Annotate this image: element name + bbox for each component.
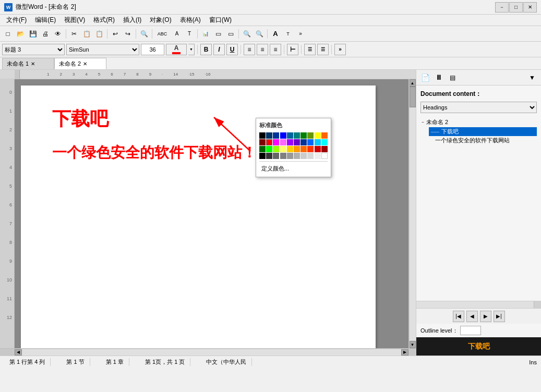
save-btn[interactable]: 💾 (27, 28, 39, 40)
color-gray50[interactable] (280, 153, 286, 159)
rect2-btn[interactable]: ▭ (225, 28, 236, 40)
abc-btn[interactable]: ABC (154, 28, 170, 40)
headings-dropdown[interactable]: Headings All Headings Bookmarks (420, 102, 537, 113)
nav-first[interactable]: |◀ (453, 311, 464, 322)
color-pink[interactable] (280, 139, 286, 145)
color-royal[interactable] (300, 139, 307, 145)
color-tomato[interactable] (307, 146, 314, 152)
color-amber[interactable] (294, 146, 300, 152)
open-btn[interactable]: 📂 (15, 28, 26, 40)
menu-table[interactable]: 表格(A) (176, 15, 205, 26)
color-crimson[interactable] (315, 146, 321, 152)
align-left-button[interactable]: ≡ (244, 44, 255, 55)
color-gray95[interactable] (315, 153, 321, 159)
preview-btn[interactable]: 👁 (52, 28, 64, 40)
color-darkblue[interactable] (266, 132, 272, 139)
rect-btn[interactable]: ▭ (212, 28, 224, 40)
color-navy[interactable] (273, 132, 279, 139)
color-sky[interactable] (315, 139, 321, 145)
menu-window[interactable]: 窗口(W) (205, 15, 236, 26)
scroll-right[interactable]: ▶ (401, 349, 408, 356)
panel-btn-2[interactable]: Ⅲ (433, 72, 444, 83)
outline-item-1[interactable]: 一个绿色安全的软件下载网站 (429, 136, 537, 145)
menu-insert[interactable]: 插入(I) (119, 15, 146, 26)
list-ol-button[interactable]: ☰ (317, 44, 329, 55)
color-red[interactable] (266, 139, 272, 145)
copy-btn[interactable]: 📋 (81, 28, 92, 40)
color-purple[interactable] (287, 139, 293, 145)
cut-btn[interactable]: ✂ (68, 28, 80, 40)
nav-prev[interactable]: ◀ (466, 311, 478, 322)
zoom-in-btn[interactable]: 🔍 (241, 28, 253, 40)
menu-object[interactable]: 对象(O) (146, 15, 175, 26)
color-gray40[interactable] (273, 153, 279, 159)
menu-view[interactable]: 视图(V) (60, 15, 89, 26)
tab-0-close[interactable]: ✕ (31, 61, 35, 67)
maximize-button[interactable]: □ (509, 2, 523, 13)
font-size-input[interactable] (141, 44, 164, 55)
color-gold[interactable] (287, 146, 293, 152)
color-magenta[interactable] (273, 139, 279, 145)
more-btn[interactable]: » (295, 28, 306, 40)
color-black[interactable] (259, 132, 266, 139)
panel-vscroll[interactable] (416, 301, 541, 308)
outline-level-input[interactable] (460, 326, 481, 335)
font-color-button[interactable]: A (166, 44, 187, 55)
color-custom-btn[interactable]: 定义颜色... (259, 164, 328, 174)
font-select[interactable]: SimSun (66, 44, 139, 55)
print-btn[interactable]: 🖨 (40, 28, 51, 40)
underline-button[interactable]: U (226, 44, 238, 55)
color-darkgreen2[interactable] (259, 146, 266, 152)
vertical-scrollbar[interactable]: ▲ ▼ (408, 79, 416, 348)
italic-button[interactable]: I (213, 44, 225, 55)
chart-btn[interactable]: 📊 (200, 28, 211, 40)
more-format-button[interactable]: » (334, 44, 346, 55)
color-yellow[interactable] (315, 132, 321, 139)
color-cyan[interactable] (321, 139, 328, 145)
color-darkorange[interactable] (300, 146, 307, 152)
text2-btn[interactable]: T (282, 28, 294, 40)
bold-button[interactable]: B (200, 44, 212, 55)
color-blue[interactable] (280, 132, 286, 139)
panel-close-btn[interactable]: ▼ (526, 72, 538, 83)
outline-item-0[interactable]: —— 下载吧 (429, 127, 537, 136)
font-a-btn[interactable]: A (270, 28, 281, 40)
color-darkgreen[interactable] (294, 132, 300, 139)
menu-edit[interactable]: 编辑(E) (31, 15, 60, 26)
tab-0[interactable]: 未命名 1 ✕ (2, 58, 54, 69)
color-cornflower[interactable] (307, 139, 314, 145)
insert-table-btn[interactable]: T (184, 28, 195, 40)
align-right-button[interactable]: ≡ (270, 44, 281, 55)
color-black2[interactable] (259, 153, 266, 159)
color-teal[interactable] (287, 132, 293, 139)
color-yellowgreen[interactable] (273, 146, 279, 152)
color-violet[interactable] (294, 139, 300, 145)
color-gray85[interactable] (307, 153, 314, 159)
undo-btn[interactable]: ↩ (110, 28, 121, 40)
nav-next[interactable]: ▶ (480, 311, 491, 322)
color-white[interactable] (321, 153, 328, 159)
color-gray80[interactable] (300, 153, 307, 159)
text-btn[interactable]: A (171, 28, 183, 40)
find-btn[interactable]: 🔍 (138, 28, 150, 40)
color-olive[interactable] (307, 132, 314, 139)
panel-btn-3[interactable]: ▤ (447, 72, 458, 83)
zoom-out-btn[interactable]: 🔍 (254, 28, 265, 40)
color-orange[interactable] (321, 132, 328, 139)
redo-btn[interactable]: ↪ (122, 28, 134, 40)
document-area[interactable]: 下载吧 一个绿色安全的软件下载网站！ (15, 79, 408, 348)
style-select[interactable]: 标题 3 (2, 44, 65, 55)
panel-btn-1[interactable]: 📄 (419, 72, 431, 83)
minimize-button[interactable]: － (495, 2, 509, 13)
color-maroon[interactable] (259, 139, 266, 145)
nav-last[interactable]: ▶| (494, 311, 505, 322)
paste-btn[interactable]: 📋 (93, 28, 105, 40)
color-lime[interactable] (266, 146, 272, 152)
color-darkred[interactable] (321, 146, 328, 152)
indent-button[interactable]: ⊢ (287, 44, 298, 55)
close-button[interactable]: ✕ (523, 2, 537, 13)
tab-1[interactable]: 未命名 2 ✕ (54, 58, 106, 69)
list-ul-button[interactable]: ☰ (304, 44, 316, 55)
menu-file[interactable]: 文件(F) (2, 15, 31, 26)
font-color-dropdown[interactable]: ▼ (188, 44, 195, 55)
